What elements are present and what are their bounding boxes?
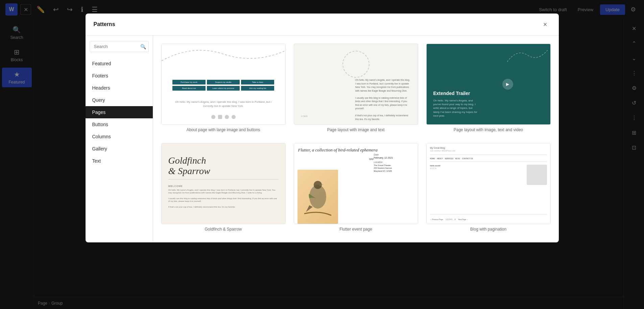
pattern-preview-layout-image-text: Oh hello. My name's Angela, and I operat… — [294, 44, 418, 125]
goldfinch-title: Goldfinch& Sparrow — [168, 156, 279, 176]
video-text: Oh hello. My name's Angela, andyou've fo… — [433, 99, 477, 118]
goldfinch-body: Oh hello. My name's Angela, and I operat… — [168, 189, 279, 209]
flutter-title: Flutter, a collection of bird-related ep… — [298, 147, 414, 153]
blog-pagination: ← Previous Page 1 2 3 4 5 ... 8 Next Pag… — [430, 218, 547, 220]
flutter-eyes-icon: 👓 — [369, 157, 374, 162]
pattern-label-about: About page with large image and buttons — [161, 125, 286, 135]
pattern-preview-goldfinch: Goldfinch& Sparrow WELCOME Oh hello. My … — [161, 143, 286, 224]
pattern-preview-about: Purchase my work Support my studio Take … — [161, 44, 286, 125]
nav-item-headers[interactable]: Headers — [86, 82, 153, 94]
nav-item-pages[interactable]: Pages — [86, 106, 153, 118]
pattern-label-goldfinch: Goldfinch & Sparrow — [161, 224, 286, 234]
pattern-card-blog[interactable]: My Great Blog Just another WordPress sit… — [426, 143, 551, 234]
patterns-grid: Purchase my work Support my studio Take … — [161, 44, 551, 234]
nav-item-buttons[interactable]: Buttons — [86, 118, 153, 130]
nav-item-gallery[interactable]: Gallery — [86, 143, 153, 155]
blog-tagline: Just another WordPress site — [430, 150, 547, 152]
pattern-card-layout-video[interactable]: ▶ Extended Trailer Oh hello. My name's A… — [426, 44, 551, 135]
blog-thumbnail — [527, 165, 547, 185]
modal-header: Patterns × — [86, 14, 559, 35]
pattern-label-layout-image-text: Page layout with image and text — [294, 125, 418, 135]
nav-item-footers[interactable]: Footers — [86, 70, 153, 82]
modal-body: 🔍 Featured Footers Headers Query Pages B… — [86, 35, 559, 242]
patterns-modal: Patterns × 🔍 Featured Footers Headers Qu… — [86, 14, 559, 242]
pattern-label-layout-video: Page layout with image, text and video — [426, 125, 551, 135]
modal-content: Purchase my work Support my studio Take … — [153, 35, 559, 242]
nav-item-text[interactable]: Text — [86, 155, 153, 167]
search-box: 🔍 — [90, 41, 149, 52]
modal-nav: 🔍 Featured Footers Headers Query Pages B… — [86, 35, 153, 242]
goldfinch-welcome: WELCOME — [168, 185, 279, 187]
pattern-card-goldfinch[interactable]: Goldfinch& Sparrow WELCOME Oh hello. My … — [161, 143, 286, 234]
nav-item-query[interactable]: Query — [86, 94, 153, 106]
nav-item-featured[interactable]: Featured — [86, 57, 153, 70]
pattern-preview-blog: My Great Blog Just another WordPress sit… — [426, 143, 551, 224]
video-title: Extended Trailer — [433, 91, 470, 96]
blog-name: My Great Blog — [430, 147, 547, 149]
search-input[interactable] — [90, 41, 149, 52]
flutter-bird-image — [297, 170, 338, 224]
pattern-preview-layout-video: ▶ Extended Trailer Oh hello. My name's A… — [426, 44, 551, 125]
pattern-label-blog: Blog with pagination — [426, 224, 551, 234]
flutter-info: Date February, 12 2021 Location The Gran… — [374, 153, 414, 172]
pattern-preview-flutter: Flutter, a collection of bird-related ep… — [294, 143, 418, 224]
pattern-label-flutter: Flutter event page — [294, 224, 418, 234]
pattern-card-flutter[interactable]: Flutter, a collection of bird-related ep… — [294, 143, 418, 234]
pattern-card-layout-image-text[interactable]: Oh hello. My name's Angela, and I operat… — [294, 44, 418, 135]
blog-hello: Hello world! — [430, 165, 524, 167]
play-button-icon: ▶ — [502, 79, 513, 90]
modal-overlay: Patterns × 🔍 Featured Footers Headers Qu… — [0, 0, 644, 309]
blog-nav: HOME ABOUT SERVICES BLOG CONTACT US — [430, 158, 547, 160]
blog-content: Hello world! 10.20.20 — [430, 165, 547, 211]
modal-close-button[interactable]: × — [540, 19, 551, 30]
search-icon-button[interactable]: 🔍 — [140, 44, 146, 49]
pattern-card-about[interactable]: Purchase my work Support my studio Take … — [161, 44, 286, 135]
nav-item-columns[interactable]: Columns — [86, 130, 153, 143]
modal-title: Patterns — [94, 21, 115, 27]
